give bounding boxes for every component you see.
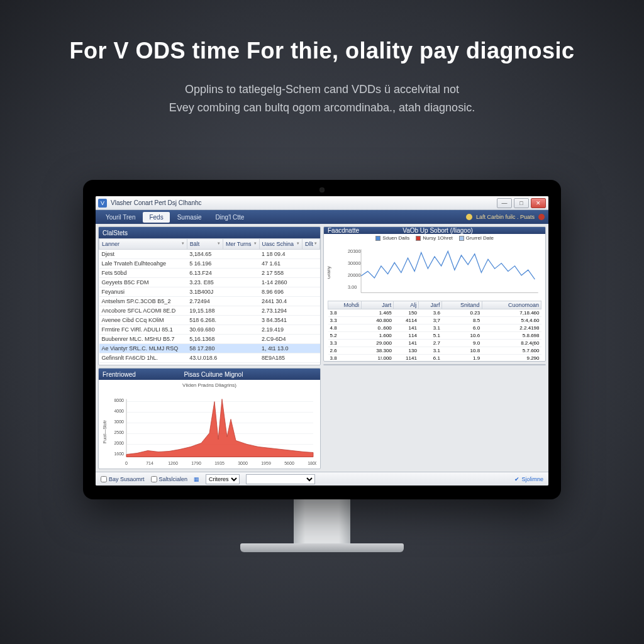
table-row[interactable]: 3.329.0001412.79.08.2.4(60 xyxy=(328,340,541,347)
window-titlebar[interactable]: V Vlasher Conart Pert Dsj Clhanhc — □ ✕ xyxy=(96,196,548,210)
table-row[interactable]: Gefinsnlt FA6C/D 1hL.43.U.018.68E9A185 xyxy=(99,353,320,363)
svg-text:1260: 1260 xyxy=(168,461,178,465)
table-row[interactable]: 3.340.80041143;78.55:4,4.60 xyxy=(328,317,541,325)
legend-swatch-red-icon xyxy=(416,236,421,241)
table-row[interactable]: Lale Trvateh Eulhteoahge5 16.19647 1.61 xyxy=(99,259,320,269)
window-title: Vlasher Conart Pert Dsj Clhanhc xyxy=(111,199,497,206)
table-row[interactable]: Frrntire FC ViRl. ADULI 85.130.69.6802.1… xyxy=(99,325,320,335)
legend-swatch-lblue-icon xyxy=(459,236,464,241)
diagnostic-panel-title: diagnostales xyxy=(328,365,363,365)
menubar: Youril Tren Feds Sumasie Ding'l Ctte Laf… xyxy=(96,210,548,224)
svg-text:5600: 5600 xyxy=(284,461,294,465)
trend-panel-subtitle: VaOb Up Sobort (/liagoo) xyxy=(359,227,516,234)
column-header[interactable]: Uasc Schina▾ xyxy=(259,239,302,250)
svg-text:714: 714 xyxy=(146,461,153,465)
column-header[interactable]: Mer Turns▾ xyxy=(223,239,259,250)
table-row[interactable]: Antselsm SP.C.3COB B5_22.724942441 30.4 xyxy=(99,297,320,306)
column-header[interactable]: Bält▾ xyxy=(187,239,223,250)
trend-data-table[interactable]: MohdiJartAljJarfSnitandCuonomoan 3.81.46… xyxy=(328,301,541,362)
secondary-select[interactable] xyxy=(246,474,315,484)
camera-icon xyxy=(319,187,325,192)
svg-text:Grany: Grany xyxy=(328,266,331,279)
table-row[interactable]: 3.81!.00011416.11.99.290 xyxy=(328,355,541,362)
svg-text:1800: 1800 xyxy=(308,461,316,465)
pressure-panel-subtitle: Pisas Cuitune Mignol xyxy=(136,371,291,378)
tab-feds[interactable]: Feds xyxy=(143,212,169,223)
table-row[interactable]: 2.638.3001303.110.85.7.600 xyxy=(328,347,541,355)
table-row[interactable]: Ae Viantyr SRL.C. MLMJ RSQ58 17.2801, 4t… xyxy=(99,344,320,353)
trend-panel: Faacdnatte VaOb Up Sobort (/liagoo) Sdue… xyxy=(323,226,546,362)
table-row[interactable]: 3.81.4651503.60.237,18.460 xyxy=(328,309,541,317)
close-button[interactable]: ✕ xyxy=(531,198,546,208)
trend-panel-title: Faacdnatte xyxy=(328,227,359,234)
tab-ding[interactable]: Ding'l Ctte xyxy=(209,212,251,223)
statusbar: Bay Susaomrt Saltslcialen ▦ Criteres ✔Sj… xyxy=(96,472,548,486)
svg-text:1790: 1790 xyxy=(191,461,201,465)
stats-panel: ClalStets Lanner▾Bält▾Mer Turns▾Uasc Sch… xyxy=(98,226,321,365)
trend-legend: Sduen Dalls Nursy 1Ohret Grurrel Date xyxy=(324,234,545,242)
monitor-frame: V Vlasher Conart Pert Dsj Clhanhc — □ ✕ … xyxy=(83,180,561,552)
table-row[interactable]: Fets 50bd6.13.F242 17 558 xyxy=(99,269,320,278)
table-row[interactable]: Ancobore SFCL ACOMI 8E.D19,15.1882.73.12… xyxy=(99,306,320,316)
stats-panel-title: ClalStets xyxy=(103,230,128,236)
hero-title: For V ODS time For thie, olality pay dia… xyxy=(0,38,644,64)
diagnostic-panel: diagnostales Vielgin Orabeser Dlagnolon)… xyxy=(323,364,546,365)
pressure-chart-title: Vliden Pradns Dliagrins) xyxy=(103,382,316,388)
table-row[interactable]: Djest3,184.651 18 09.4 xyxy=(99,250,320,259)
table-row[interactable]: Feyanusi3.1B400J8.96 696 xyxy=(99,287,320,297)
tab-youril[interactable]: Youril Tren xyxy=(99,212,142,223)
svg-text:3000: 3000 xyxy=(114,419,124,424)
svg-text:2000: 2000 xyxy=(114,441,124,445)
legend-swatch-blue-icon xyxy=(375,236,380,241)
table-row[interactable]: 4.80..6001413.16.02.2.4198 xyxy=(328,325,541,332)
link-sjolimne[interactable]: ✔Sjolimne xyxy=(514,476,543,482)
svg-text:4000: 4000 xyxy=(114,409,124,413)
app-window: V Vlasher Conart Pert Dsj Clhanhc — □ ✕ … xyxy=(96,196,548,486)
minimize-button[interactable]: — xyxy=(497,198,512,208)
svg-text:8000: 8000 xyxy=(114,398,124,402)
svg-text:Fuoil—Stotr: Fuoil—Stotr xyxy=(103,419,107,443)
hero-subtitle: Opplins to tatlegelg-Schem cand VDDs ü a… xyxy=(0,80,644,117)
svg-text:1600: 1600 xyxy=(114,452,124,456)
svg-text:3.00: 3.00 xyxy=(348,284,357,290)
table-row[interactable]: 5.21.6001145.110.65.8.698 xyxy=(328,332,541,340)
trend-chart: Grany 20300 30000 20000 3.00 xyxy=(328,245,541,301)
svg-text:3000: 3000 xyxy=(238,461,248,465)
svg-text:20300: 20300 xyxy=(348,248,361,254)
pressure-panel: Frentriowed Pisas Cuitune Mignol Vliden … xyxy=(98,368,321,469)
menubar-status: Laft Carbin fuilc . Puats xyxy=(466,214,545,220)
stats-table[interactable]: Lanner▾Bält▾Mer Turns▾Uasc Schina▾Dllt▾ … xyxy=(99,238,320,365)
svg-text:2500: 2500 xyxy=(114,430,124,435)
column-header[interactable]: Dllt▾ xyxy=(302,239,319,250)
app-icon: V xyxy=(98,199,107,208)
table-row[interactable]: Geyyets B5C FDM3.23. E851-14 2860 xyxy=(99,278,320,287)
diagnostic-panel-subtitle: Vielgin Orabeser Dlagnolon) xyxy=(363,365,516,365)
svg-text:1935: 1935 xyxy=(214,461,225,465)
pressure-panel-title: Frentriowed xyxy=(103,371,136,378)
pressure-chart: Fuoil—Stotr 800040003000250020001600 071… xyxy=(103,389,316,469)
criteria-select[interactable]: Criteres xyxy=(206,474,240,484)
svg-text:0: 0 xyxy=(125,461,128,465)
checkbox-bay[interactable]: Bay Susaomrt xyxy=(101,476,145,482)
tab-sumasie[interactable]: Sumasie xyxy=(171,212,208,223)
svg-text:1959: 1959 xyxy=(261,461,271,465)
svg-text:30000: 30000 xyxy=(348,260,361,266)
svg-text:20000: 20000 xyxy=(348,272,361,278)
column-header[interactable]: Lanner▾ xyxy=(99,239,187,250)
table-row[interactable]: Buubenrer MLC. MSHU B5.75,16.13682.C9-6D… xyxy=(99,335,320,344)
table-row[interactable]: Posbhonss OFLC ?. Alldriat2´15.68.6 xyxy=(99,363,320,365)
checkbox-salts[interactable]: Saltslcialen xyxy=(151,476,188,482)
maximize-button[interactable]: □ xyxy=(514,198,529,208)
alert-dot-icon xyxy=(538,214,545,220)
status-dot-icon xyxy=(466,214,472,220)
table-row[interactable]: Avenee Cibd CCq KOliM518 6.268.3 84.3541 xyxy=(99,316,320,325)
